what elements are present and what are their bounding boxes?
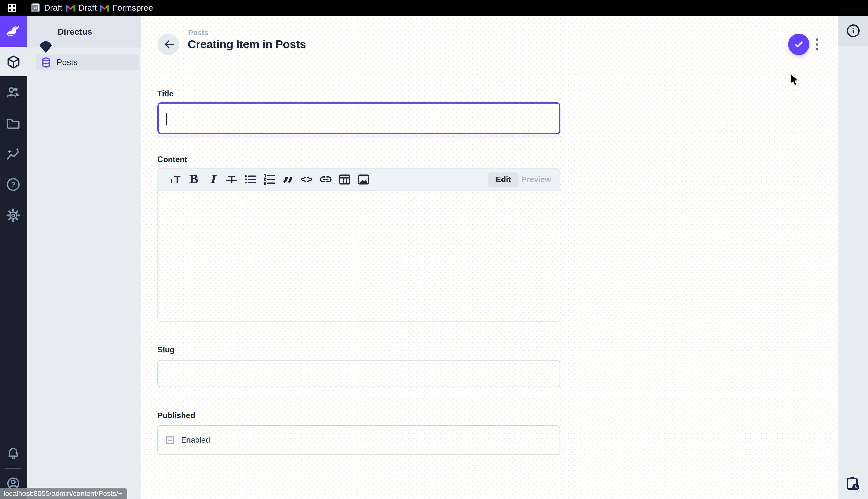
published-field-label: Published — [158, 411, 195, 420]
blockquote-button[interactable]: ” — [279, 169, 298, 190]
table-button[interactable] — [335, 169, 354, 190]
table-icon — [339, 174, 351, 185]
kebab-dot — [816, 43, 818, 46]
kebab-dot — [816, 48, 818, 50]
page-title: Creating Item in Posts — [188, 38, 306, 51]
mouse-cursor — [789, 73, 801, 87]
text-caret — [166, 113, 167, 125]
info-icon: i — [847, 24, 859, 37]
italic-icon: I — [210, 174, 215, 185]
content-editor[interactable]: T T B I T — [158, 168, 560, 322]
insights-icon — [6, 148, 21, 160]
folder-icon — [7, 117, 20, 129]
link-button[interactable] — [316, 169, 335, 190]
indeterminate-dash-icon — [168, 440, 172, 441]
edit-tab-button[interactable]: Edit — [488, 172, 518, 187]
content-field-label: Content — [158, 155, 187, 164]
gear-icon — [7, 208, 20, 222]
clipboard-clock-icon — [846, 476, 860, 491]
check-icon — [793, 39, 804, 50]
main-content: Posts Creating Item in Posts Title Conte… — [141, 16, 839, 499]
right-sidebar: i — [839, 16, 868, 499]
bold-icon: B — [189, 174, 198, 185]
slug-input[interactable] — [158, 360, 560, 387]
users-icon — [7, 87, 20, 98]
project-header[interactable]: Directus — [27, 16, 141, 47]
module-insights-button[interactable] — [6, 148, 21, 160]
strikethrough-button[interactable]: T — [222, 169, 241, 190]
calendar-day-label: 31 — [32, 4, 39, 11]
numbered-list-icon — [263, 174, 275, 185]
back-button[interactable] — [158, 34, 179, 55]
sidebar-item-posts[interactable]: Posts — [36, 54, 139, 70]
kebab-menu-button[interactable] — [811, 34, 822, 55]
notifications-button[interactable] — [7, 447, 20, 460]
activity-button[interactable] — [846, 476, 860, 491]
link-icon — [319, 173, 332, 186]
strikethrough-icon: T — [228, 174, 235, 185]
published-field: Enabled — [158, 425, 560, 455]
directus-logo-button[interactable] — [0, 16, 27, 47]
gmail-icon[interactable] — [100, 4, 109, 12]
bell-icon — [7, 447, 20, 460]
module-bar: ? — [0, 16, 27, 499]
bullet-list-icon — [244, 174, 256, 184]
title-field-label: Title — [158, 89, 174, 98]
save-button[interactable] — [788, 34, 809, 55]
image-icon — [357, 174, 369, 185]
preview-tab-button[interactable]: Preview — [519, 172, 553, 187]
directus-rabbit-logo — [5, 23, 22, 40]
navigation-sidebar: Directus Posts — [27, 16, 141, 499]
help-glyph: ? — [11, 181, 15, 188]
published-checkbox[interactable] — [166, 436, 175, 445]
bookmark-draft-1[interactable]: Draft — [44, 0, 62, 16]
help-icon: ? — [7, 178, 20, 191]
project-name: Directus — [58, 16, 92, 47]
breadcrumb[interactable]: Posts — [188, 28, 208, 37]
apps-grid-icon[interactable] — [8, 4, 16, 12]
bold-button[interactable]: B — [185, 169, 203, 190]
module-docs-button[interactable]: ? — [7, 178, 20, 191]
wysiwyg-toolbar: T T B I T — [158, 169, 560, 191]
module-content-button[interactable] — [0, 47, 27, 76]
browser-bookmarks-bar: 31 Draft Draft Formspree — [0, 0, 868, 16]
database-icon — [41, 57, 51, 68]
sidebar-item-label: Posts — [56, 58, 78, 67]
sidebar-info-section[interactable]: i — [839, 16, 868, 46]
project-logo-icon — [39, 41, 52, 53]
bookmark-formspree[interactable]: Formspree — [112, 0, 153, 16]
module-files-button[interactable] — [7, 117, 20, 129]
status-url-tooltip: localhost:8055/admin/content/Posts/+ — [0, 488, 127, 499]
cube-icon — [7, 55, 21, 69]
calendar-icon[interactable]: 31 — [31, 3, 40, 12]
bookmark-draft-2[interactable]: Draft — [78, 0, 97, 16]
published-checkbox-label: Enabled — [181, 436, 210, 445]
format-size-icon: T T — [169, 173, 180, 185]
bullet-list-button[interactable] — [241, 169, 260, 190]
code-button[interactable]: <> — [298, 169, 316, 190]
module-bar-divider — [5, 468, 22, 469]
title-input[interactable] — [158, 102, 560, 134]
italic-button[interactable]: I — [203, 169, 222, 190]
module-users-button[interactable] — [7, 87, 20, 98]
info-glyph: i — [852, 27, 855, 34]
gmail-icon[interactable] — [66, 4, 75, 12]
image-button[interactable] — [354, 169, 373, 190]
directus-app-window: 31 Draft Draft Formspree — [0, 0, 868, 499]
slug-field-label: Slug — [158, 345, 175, 354]
module-settings-button[interactable] — [7, 208, 20, 222]
kebab-dot — [816, 38, 818, 41]
numbered-list-button[interactable] — [260, 169, 279, 190]
code-icon: <> — [301, 174, 313, 184]
format-size-button[interactable]: T T — [165, 169, 185, 190]
arrow-left-icon — [163, 38, 174, 50]
